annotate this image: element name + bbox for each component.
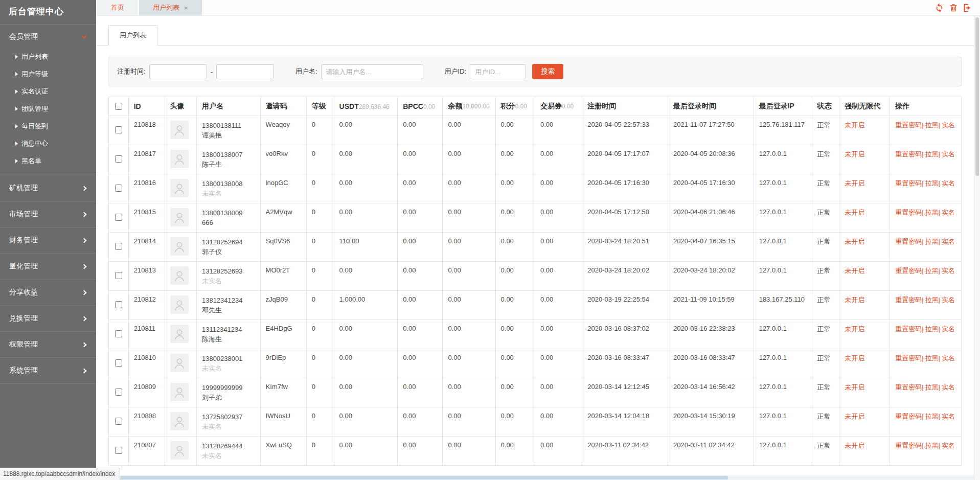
- tab-user-list[interactable]: 用户列表: [108, 25, 157, 45]
- action-link[interactable]: 拉黑: [925, 267, 939, 275]
- avatar: [170, 208, 189, 226]
- row-checkbox[interactable]: [115, 418, 122, 425]
- action-link[interactable]: 实名: [942, 150, 955, 158]
- action-link[interactable]: 实名: [942, 238, 955, 245]
- action-separator: |: [922, 238, 923, 245]
- triangle-icon: [15, 89, 18, 94]
- action-link[interactable]: 重置密码: [895, 209, 922, 216]
- action-link[interactable]: 拉黑: [925, 325, 939, 333]
- sidebar-item-exchange-mgmt[interactable]: 兑换管理: [0, 306, 96, 331]
- row-checkbox[interactable]: [115, 214, 122, 221]
- vertical-scrollbar[interactable]: [974, 16, 980, 480]
- action-link[interactable]: 重置密码: [895, 354, 922, 362]
- action-link[interactable]: 重置密码: [895, 383, 922, 391]
- cell-bpcc: 0.00: [398, 437, 443, 466]
- user-realname: 邓先生: [202, 305, 255, 315]
- sidebar-item-member-mgmt[interactable]: 会员管理: [0, 25, 96, 48]
- action-link[interactable]: 拉黑: [925, 296, 939, 304]
- row-checkbox[interactable]: [115, 330, 122, 337]
- action-link[interactable]: 拉黑: [925, 442, 939, 449]
- action-link[interactable]: 重置密码: [895, 296, 922, 304]
- sidebar-item-market-mgmt[interactable]: 市场管理: [0, 201, 96, 227]
- username-input[interactable]: [321, 64, 423, 79]
- user-realname: 未实名: [202, 276, 255, 286]
- action-separator: |: [922, 442, 923, 449]
- row-checkbox[interactable]: [115, 359, 122, 367]
- action-link[interactable]: 拉黑: [925, 383, 939, 391]
- action-link[interactable]: 拉黑: [925, 209, 939, 216]
- cell-id: 210818: [128, 116, 165, 145]
- action-link[interactable]: 拉黑: [925, 413, 939, 420]
- action-link[interactable]: 实名: [942, 267, 955, 275]
- action-link[interactable]: 重置密码: [895, 121, 922, 129]
- cell-points: 0.00: [495, 407, 535, 437]
- sidebar-item-realname[interactable]: 实名认证: [0, 83, 96, 100]
- action-link[interactable]: 拉黑: [925, 150, 939, 158]
- action-link[interactable]: 实名: [942, 383, 955, 391]
- sidebar-item-share-income[interactable]: 分享收益: [0, 280, 96, 305]
- action-link[interactable]: 拉黑: [925, 238, 939, 245]
- action-link[interactable]: 重置密码: [895, 325, 922, 333]
- action-link[interactable]: 拉黑: [925, 121, 939, 129]
- action-link[interactable]: 重置密码: [895, 238, 922, 245]
- column-header-force: 强制无限代: [839, 97, 890, 116]
- register-time-end-input[interactable]: [216, 64, 274, 79]
- topbar: 首页 用户列表 ×: [96, 0, 980, 16]
- horizontal-scrollbar[interactable]: [96, 475, 974, 480]
- sidebar-item-team[interactable]: 团队管理: [0, 100, 96, 118]
- row-checkbox[interactable]: [115, 388, 122, 396]
- action-link[interactable]: 重置密码: [895, 442, 922, 449]
- sidebar-item-finance-mgmt[interactable]: 财务管理: [0, 227, 96, 253]
- register-time-start-input[interactable]: [149, 64, 207, 79]
- close-icon[interactable]: ×: [184, 5, 188, 11]
- logout-icon[interactable]: [963, 3, 972, 13]
- sidebar-item-miner-mgmt[interactable]: 矿机管理: [0, 175, 96, 201]
- row-checkbox[interactable]: [115, 243, 122, 250]
- trash-icon[interactable]: [949, 3, 958, 12]
- sidebar-item-blacklist[interactable]: 黑名单: [0, 152, 96, 170]
- cell-actions: 重置密码|拉黑|实名: [890, 145, 962, 174]
- refresh-icon[interactable]: [935, 3, 944, 13]
- action-link[interactable]: 实名: [942, 354, 955, 362]
- sidebar-item-user-list[interactable]: 用户列表: [0, 48, 96, 65]
- user-phone: 13128252694: [202, 237, 255, 247]
- sidebar-item-quant-mgmt[interactable]: 量化管理: [0, 254, 96, 279]
- cell-bpcc: 0.00: [398, 116, 443, 145]
- sidebar-item-permission-mgmt[interactable]: 权限管理: [0, 332, 96, 357]
- action-link[interactable]: 实名: [942, 179, 955, 187]
- action-link[interactable]: 实名: [942, 413, 955, 420]
- row-checkbox[interactable]: [115, 272, 122, 279]
- row-checkbox[interactable]: [115, 301, 122, 308]
- vertical-scrollbar-thumb[interactable]: [975, 17, 979, 176]
- cell-avatar: [165, 145, 196, 174]
- row-checkbox[interactable]: [115, 185, 122, 192]
- row-checkbox[interactable]: [115, 447, 122, 454]
- search-button[interactable]: 搜索: [532, 64, 563, 79]
- sidebar-item-user-level[interactable]: 用户等级: [0, 65, 96, 83]
- action-link[interactable]: 实名: [942, 325, 955, 333]
- nav-tab-home[interactable]: 首页: [97, 0, 138, 15]
- action-link[interactable]: 实名: [942, 296, 955, 304]
- row-checkbox[interactable]: [115, 155, 122, 163]
- sidebar-item-daily-signin[interactable]: 每日签到: [0, 118, 96, 135]
- select-all-checkbox[interactable]: [115, 103, 122, 110]
- action-link[interactable]: 重置密码: [895, 150, 922, 158]
- row-checkbox[interactable]: [115, 126, 122, 133]
- action-link[interactable]: 实名: [942, 209, 955, 216]
- action-link[interactable]: 重置密码: [895, 267, 922, 275]
- userid-input[interactable]: [470, 64, 526, 79]
- action-link[interactable]: 实名: [942, 121, 955, 129]
- horizontal-scrollbar-thumb[interactable]: [96, 476, 728, 479]
- nav-tab-user-list[interactable]: 用户列表 ×: [139, 0, 202, 15]
- action-link[interactable]: 拉黑: [925, 179, 939, 187]
- sidebar-item-system-mgmt[interactable]: 系统管理: [0, 358, 96, 383]
- avatar: [170, 295, 189, 314]
- action-link[interactable]: 重置密码: [895, 413, 922, 420]
- cell-last-login-time: 2021-11-09 10:15:59: [668, 291, 754, 320]
- user-phone: 13812341234: [202, 295, 255, 305]
- cell-last-login-ip: 127.0.0.1: [754, 378, 812, 407]
- sidebar-item-message-center[interactable]: 消息中心: [0, 135, 96, 152]
- action-link[interactable]: 拉黑: [925, 354, 939, 362]
- action-link[interactable]: 实名: [942, 442, 955, 449]
- action-link[interactable]: 重置密码: [895, 179, 922, 187]
